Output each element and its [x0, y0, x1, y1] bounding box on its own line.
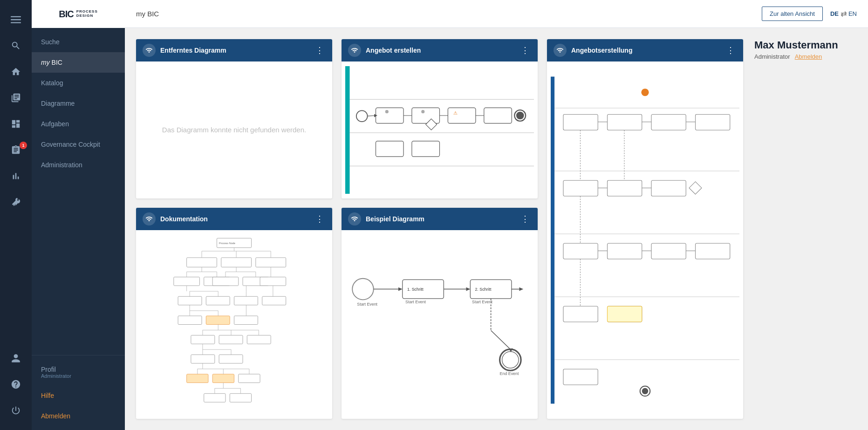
card-menu-entferntes[interactable]: ⋮ [314, 44, 326, 56]
sidebar-item-administration[interactable]: Administration [32, 155, 125, 175]
svg-rect-45 [608, 243, 642, 259]
topbar-title: my BIC [136, 10, 159, 18]
svg-rect-63 [187, 258, 217, 267]
svg-rect-113 [219, 355, 243, 363]
sidebar-item-aufgaben[interactable]: Aufgaben [32, 114, 125, 134]
wrench-icon[interactable] [0, 189, 32, 215]
svg-rect-118 [187, 374, 208, 383]
svg-point-60 [642, 388, 649, 395]
card-icon-beispiel [348, 212, 361, 225]
svg-point-23 [516, 112, 524, 120]
card-header-entferntes: Entferntes Diagramm ⋮ [136, 39, 332, 61]
svg-marker-140 [466, 287, 470, 291]
sidebar-item-diagramme[interactable]: Diagramme [32, 93, 125, 114]
svg-point-132 [352, 279, 374, 300]
card-body-angebotserstellung [547, 61, 743, 419]
icon-rail: 1 [0, 0, 32, 430]
svg-rect-56 [608, 306, 642, 322]
card-angebotserstellung: Angebotserstellung ⋮ [547, 39, 743, 419]
lang-separator: ⇄ [841, 9, 847, 18]
help-icon[interactable] [0, 371, 32, 397]
power-icon[interactable] [0, 397, 32, 423]
sidebar-item-governance[interactable]: Governance Cockpit [32, 134, 125, 155]
card-icon-dokumentation [143, 212, 156, 225]
topbar-right: Zur alten Ansicht DE ⇄ EN [762, 7, 857, 21]
card-not-found-text: Das Diagramm konnte nicht gefunden werde… [153, 116, 315, 143]
svg-rect-127 [230, 394, 251, 403]
card-menu-beispiel[interactable]: ⋮ [519, 213, 531, 225]
card-menu-dokumentation[interactable]: ⋮ [314, 213, 326, 225]
sidebar-item-abmelden[interactable]: Abmelden [32, 406, 125, 426]
card-header-dokumentation: Dokumentation ⋮ [136, 208, 332, 230]
svg-text:Start Event: Start Event [357, 302, 377, 307]
svg-rect-97 [206, 316, 230, 325]
card-entferntes-diagramm: Entferntes Diagramm ⋮ Das Diagramm konnt… [136, 39, 332, 198]
user-panel: Max Mustermann Administrator Abmelden [754, 39, 857, 419]
svg-line-150 [491, 330, 511, 349]
sidebar-item-profil-label: Profil [41, 366, 71, 373]
tasks-icon[interactable]: 1 [0, 137, 32, 163]
svg-rect-85 [178, 296, 202, 305]
sidebar-item-profil[interactable]: Profil Administrator [32, 359, 125, 385]
sidebar-item-label: Suche [41, 38, 60, 46]
lang-switcher: DE ⇄ EN [830, 9, 857, 18]
svg-rect-38 [563, 180, 598, 196]
card-title-dokumentation: Dokumentation [160, 215, 309, 223]
user-logout-link[interactable]: Abmelden [795, 53, 822, 60]
sidebar-item-label: Aufgaben [41, 120, 69, 128]
svg-point-7 [356, 110, 368, 122]
governance-icon[interactable] [0, 163, 32, 189]
search-icon[interactable] [0, 33, 32, 59]
svg-rect-33 [651, 115, 686, 130]
svg-rect-88 [262, 296, 286, 305]
card-menu-angebot[interactable]: ⋮ [519, 44, 531, 56]
svg-text:2. Schritt: 2. Schritt [475, 287, 491, 292]
svg-point-147 [502, 352, 519, 368]
home-icon[interactable] [0, 59, 32, 85]
svg-rect-6 [345, 66, 350, 194]
diagram-angebot: ⚠ [342, 61, 538, 198]
svg-rect-55 [563, 369, 598, 385]
user-name: Max Mustermann [754, 39, 857, 51]
svg-rect-11 [484, 108, 512, 123]
sidebar-item-label: Diagramme [41, 100, 75, 107]
card-menu-angebotserstellung[interactable]: ⋮ [724, 44, 737, 56]
logo[interactable]: BIC PROCESS DESIGN [32, 0, 125, 28]
svg-rect-8 [376, 108, 404, 123]
lang-de[interactable]: DE [830, 10, 839, 17]
sidebar-item-suche[interactable]: Suche [32, 32, 125, 52]
svg-point-25 [641, 89, 649, 96]
card-body-dokumentation: Process Node [136, 230, 332, 419]
svg-rect-46 [651, 243, 686, 259]
svg-rect-96 [178, 316, 202, 325]
card-title-angebotserstellung: Angebotserstellung [571, 47, 720, 54]
svg-text:Process Node: Process Node [219, 242, 235, 245]
sidebar-item-label: Administration [41, 161, 82, 169]
lang-en[interactable]: EN [848, 10, 857, 17]
svg-rect-39 [608, 180, 642, 196]
sidebar-item-label: my BIC [41, 59, 62, 66]
svg-rect-71 [174, 277, 200, 286]
svg-rect-120 [239, 374, 260, 383]
catalog-icon[interactable] [0, 85, 32, 111]
card-header-angebotserstellung: Angebotserstellung ⋮ [547, 39, 743, 61]
svg-rect-86 [206, 296, 230, 305]
user-role: Administrator Abmelden [754, 53, 857, 60]
old-view-button[interactable]: Zur alten Ansicht [762, 7, 823, 21]
profile-icon[interactable] [0, 345, 32, 371]
svg-text:1. Schritt: 1. Schritt [407, 287, 424, 292]
svg-rect-2 [11, 22, 21, 23]
dashboard-icon[interactable] [0, 111, 32, 137]
diagram-angebotserstellung-container [547, 61, 743, 419]
hamburger-menu-icon[interactable] [0, 7, 32, 33]
sidebar-item-katalog[interactable]: Katalog [32, 73, 125, 93]
diagram-svg-dokumentation: Process Node [140, 234, 328, 415]
sidebar-item-hilfe[interactable]: Hilfe [32, 385, 125, 406]
diagram-svg-beispiel: Start Event 1. Schritt Start Event [345, 234, 534, 415]
svg-rect-47 [696, 243, 730, 259]
svg-marker-145 [519, 287, 523, 291]
svg-rect-24 [551, 77, 554, 404]
sidebar-item-mybic[interactable]: my BIC [32, 52, 125, 73]
svg-rect-98 [234, 316, 258, 325]
svg-rect-104 [191, 335, 215, 344]
